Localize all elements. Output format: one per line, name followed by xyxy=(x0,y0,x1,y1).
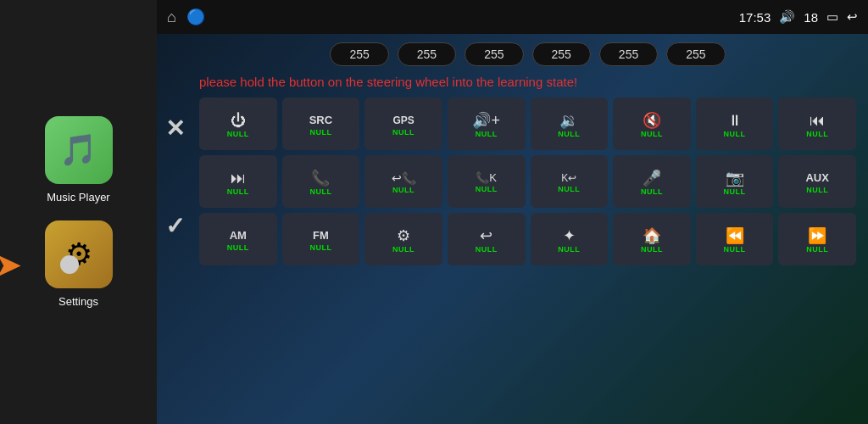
mute-icon: 🔇 xyxy=(643,113,661,128)
aux-icon: AUX xyxy=(805,171,828,184)
call-k-back-icon: K↩ xyxy=(561,173,576,183)
play-pause-icon: ⏸ xyxy=(727,113,743,128)
back-icon[interactable]: ↩ xyxy=(847,9,858,25)
btn-eq[interactable]: ⚙ NULL xyxy=(364,213,442,265)
call-icon: 📞 xyxy=(311,170,330,186)
btn-camera-label: NULL xyxy=(724,187,746,196)
btn-gps[interactable]: GPS NULL xyxy=(364,98,442,150)
btn-prev-track[interactable]: ⏮ NULL xyxy=(778,98,856,150)
pill-2: 255 xyxy=(465,42,523,66)
arrow-indicator: ➤ xyxy=(0,245,23,284)
btn-aux-label: NULL xyxy=(806,186,828,194)
main-panel: ⌂ 🔵 17:53 🔊 18 ▭ ↩ ✕ ✓ 255 255 255 255 2… xyxy=(157,0,868,424)
volume-level: 18 xyxy=(804,10,818,25)
ff-icon: ⏩ xyxy=(808,228,826,243)
power-icon: ⏻ xyxy=(231,113,246,128)
btn-back[interactable]: ↩ NULL xyxy=(448,213,526,265)
home-icon[interactable]: ⌂ xyxy=(167,8,176,26)
btn-vol-up-label: NULL xyxy=(476,130,498,138)
camera-icon: 📷 xyxy=(726,170,744,186)
settings-icon-box: ⚙ xyxy=(45,220,113,288)
btn-home[interactable]: 🏠 NULL xyxy=(613,213,691,265)
call-k-icon: 📞K xyxy=(476,172,497,183)
btn-play-pause[interactable]: ⏸ NULL xyxy=(696,98,774,150)
btn-rew[interactable]: ⏪ NULL xyxy=(696,213,774,265)
btn-vol-up[interactable]: 🔊+ NULL xyxy=(448,98,526,150)
music-player-icon-box: 🎵 xyxy=(45,116,113,184)
btn-ff-label: NULL xyxy=(806,245,828,254)
btn-back-label: NULL xyxy=(476,245,498,254)
btn-am[interactable]: AM NULL xyxy=(199,213,277,265)
btn-prev-track-label: NULL xyxy=(806,130,828,138)
btn-call-k-label: NULL xyxy=(476,185,498,193)
home-ctrl-icon: 🏠 xyxy=(643,228,661,243)
btn-call-k[interactable]: 📞K NULL xyxy=(448,155,526,208)
btn-call-k-back[interactable]: K↩ NULL xyxy=(531,155,609,208)
topbar-left: ⌂ 🔵 xyxy=(167,8,205,26)
am-icon: AM xyxy=(230,229,247,242)
btn-bluetooth-label: NULL xyxy=(558,245,580,254)
app-icon-nav[interactable]: 🔵 xyxy=(186,8,205,26)
display-icon: ▭ xyxy=(826,9,838,25)
mic-icon: 🎤 xyxy=(643,170,661,186)
btn-src-label: NULL xyxy=(309,128,331,137)
settings-app[interactable]: ⚙ Settings xyxy=(45,220,113,308)
btn-camera[interactable]: 📷 NULL xyxy=(696,155,774,208)
btn-next-track[interactable]: ⏭ NULL xyxy=(199,155,277,208)
settings-label: Settings xyxy=(58,295,98,308)
btn-next-track-label: NULL xyxy=(227,187,249,196)
prev-track-icon: ⏮ xyxy=(810,113,825,128)
fm-icon: FM xyxy=(313,229,329,242)
btn-mute[interactable]: 🔇 NULL xyxy=(613,98,691,150)
music-icon: 🎵 xyxy=(59,132,97,168)
btn-power[interactable]: ⏻ NULL xyxy=(199,98,277,150)
cancel-button[interactable]: ✕ xyxy=(165,114,185,142)
btn-eq-label: NULL xyxy=(392,245,415,254)
src-icon: SRC xyxy=(309,114,332,126)
vol-up-icon: 🔊+ xyxy=(472,113,500,128)
btn-aux[interactable]: AUX NULL xyxy=(778,155,856,208)
content-area: ✕ ✓ 255 255 255 255 255 255 please hold … xyxy=(157,34,868,424)
topbar-right: 17:53 🔊 18 ▭ ↩ xyxy=(739,9,858,25)
btn-play-pause-label: NULL xyxy=(724,130,746,138)
btn-call[interactable]: 📞 NULL xyxy=(282,155,360,208)
next-track-icon: ⏭ xyxy=(231,170,246,186)
btn-am-label: NULL xyxy=(227,243,249,252)
btn-call-k-back-label: NULL xyxy=(558,185,580,193)
eq-icon: ⚙ xyxy=(397,228,410,243)
pill-4: 255 xyxy=(599,42,658,66)
btn-mic[interactable]: 🎤 NULL xyxy=(613,155,691,208)
btn-call-label: NULL xyxy=(309,187,331,196)
btn-hang-up[interactable]: ↩📞 NULL xyxy=(364,155,442,208)
btn-vol-down[interactable]: 🔉 NULL xyxy=(531,98,609,150)
btn-vol-down-label: NULL xyxy=(558,130,580,138)
button-row-2: ⏭ NULL 📞 NULL ↩📞 NULL 📞K NULL K↩ NULL 🎤 xyxy=(199,155,856,208)
btn-fm-label: NULL xyxy=(309,243,331,252)
gps-icon: GPS xyxy=(392,114,414,126)
music-player-app[interactable]: 🎵 Music Player xyxy=(45,116,113,204)
pills-row: 255 255 255 255 255 255 xyxy=(199,42,856,66)
sidebar: 🎵 Music Player ➤ ⚙ Settings xyxy=(0,0,157,424)
btn-mic-label: NULL xyxy=(641,187,663,196)
clock: 17:53 xyxy=(739,10,771,25)
btn-home-label: NULL xyxy=(641,245,663,254)
rew-icon: ⏪ xyxy=(726,228,744,243)
vol-down-icon: 🔉 xyxy=(559,113,578,128)
btn-fm[interactable]: FM NULL xyxy=(282,213,360,265)
topbar: ⌂ 🔵 17:53 🔊 18 ▭ ↩ xyxy=(157,0,868,34)
pill-0: 255 xyxy=(330,42,388,66)
slider-dot[interactable] xyxy=(60,255,79,274)
pill-5: 255 xyxy=(666,42,725,66)
btn-ff[interactable]: ⏩ NULL xyxy=(778,213,856,265)
btn-hang-up-label: NULL xyxy=(392,186,415,194)
instruction-text: please hold the button on the steering w… xyxy=(199,75,856,89)
btn-bluetooth[interactable]: ✦ NULL xyxy=(531,213,609,265)
volume-icon: 🔊 xyxy=(779,9,795,25)
btn-src[interactable]: SRC NULL xyxy=(282,98,360,150)
hang-up-icon: ↩📞 xyxy=(392,172,416,184)
confirm-button[interactable]: ✓ xyxy=(165,212,185,240)
button-row-1: ⏻ NULL SRC NULL GPS NULL 🔊+ NULL 🔉 NULL … xyxy=(199,98,856,150)
btn-power-label: NULL xyxy=(227,130,249,138)
btn-rew-label: NULL xyxy=(724,245,746,254)
pill-1: 255 xyxy=(398,42,456,66)
